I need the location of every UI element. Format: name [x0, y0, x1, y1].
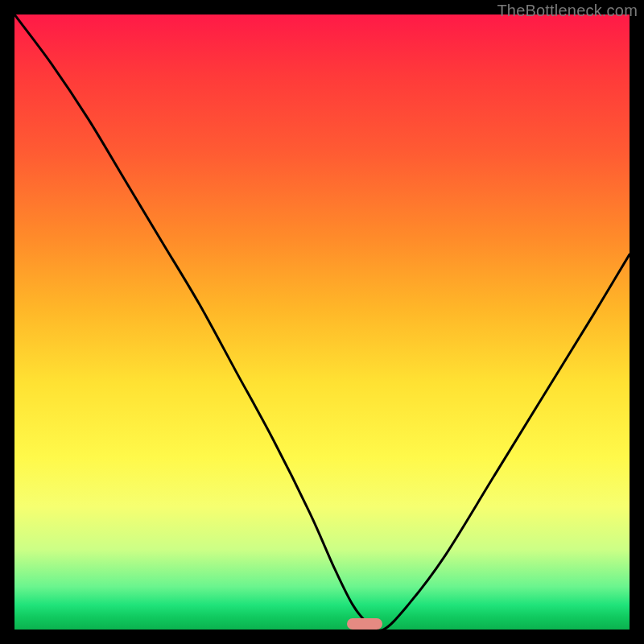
optimal-point-marker [347, 618, 382, 630]
chart-frame [14, 14, 630, 630]
bottleneck-curve [14, 14, 630, 630]
watermark-text: TheBottleneck.com [497, 2, 638, 20]
